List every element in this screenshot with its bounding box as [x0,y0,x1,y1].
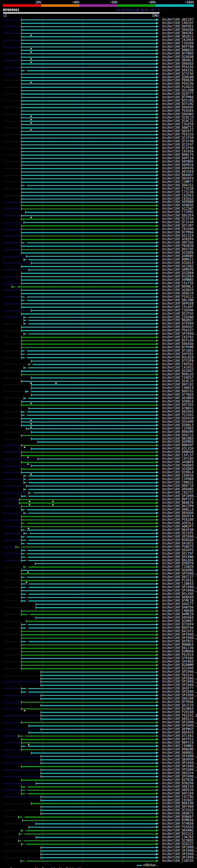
alignment-bar[interactable] [22,290,156,291]
alignment-bar[interactable] [22,141,156,142]
alignment-bar[interactable] [38,459,156,459]
alignment-bar[interactable] [24,482,156,483]
alignment-bar[interactable] [22,526,156,527]
alignment-bar[interactable] [24,222,156,223]
alignment-bar[interactable] [31,465,156,466]
alignment-bar[interactable] [22,405,156,405]
alignment-bar[interactable] [41,770,156,770]
alignment-bar[interactable] [31,752,156,753]
alignment-bar[interactable] [31,262,156,264]
alignment-bar[interactable] [22,631,156,632]
alignment-bar[interactable] [24,367,156,368]
alignment-bar[interactable] [22,273,156,274]
alignment-bar[interactable] [22,236,156,237]
alignment-bar[interactable] [22,611,156,612]
alignment-bar[interactable] [22,627,156,628]
alignment-bar[interactable] [41,681,156,682]
alignment-bar[interactable] [22,225,156,226]
alignment-bar[interactable] [22,354,156,355]
alignment-bar[interactable] [22,57,156,58]
alignment-bar[interactable] [24,479,156,480]
alignment-bar[interactable] [22,134,156,135]
alignment-bar[interactable] [29,408,156,409]
alignment-bar[interactable] [22,151,156,152]
alignment-bar[interactable] [22,584,156,584]
alignment-bar[interactable] [22,780,156,780]
alignment-bar[interactable] [24,259,156,260]
alignment-bar[interactable] [22,80,156,81]
alignment-bar[interactable] [31,448,156,449]
alignment-bar[interactable] [26,391,156,392]
alignment-bar[interactable] [22,205,156,206]
alignment-bar[interactable] [22,178,156,179]
alignment-bar[interactable] [22,594,156,595]
alignment-bar[interactable] [22,749,156,750]
alignment-bar[interactable] [22,111,156,112]
alignment-bar[interactable] [41,756,156,757]
alignment-bar[interactable] [22,590,156,591]
alignment-bar[interactable] [41,857,156,858]
alignment-bar[interactable] [22,127,156,128]
alignment-bar[interactable] [41,705,156,706]
alignment-bar[interactable] [31,803,156,804]
alignment-bar[interactable] [22,638,156,639]
alignment-bar[interactable] [22,651,156,652]
alignment-bar[interactable] [22,283,156,284]
alignment-bar[interactable] [22,648,156,649]
alignment-bar[interactable] [41,685,156,686]
alignment-bar[interactable] [22,215,156,216]
alignment-bar[interactable] [22,219,156,220]
alignment-bar[interactable] [24,323,156,324]
alignment-bar[interactable] [22,175,156,176]
alignment-bar[interactable] [22,462,156,463]
alignment-bar[interactable] [22,506,156,507]
alignment-bar[interactable] [41,715,156,716]
alignment-bar[interactable] [22,580,156,581]
alignment-bar[interactable] [22,73,156,74]
alignment-bar[interactable] [22,330,156,331]
alignment-bar[interactable] [22,722,156,723]
alignment-bar[interactable] [16,547,156,548]
alignment-bar[interactable] [22,557,156,558]
alignment-bar[interactable] [41,776,156,777]
alignment-bar[interactable] [38,441,156,442]
alignment-bar[interactable] [41,773,156,774]
alignment-bar[interactable] [22,60,156,61]
alignment-bar[interactable] [29,364,156,365]
alignment-bar[interactable] [41,806,156,807]
alignment-bar[interactable] [31,361,156,362]
alignment-bar[interactable] [24,398,156,399]
alignment-bar[interactable] [24,533,156,534]
alignment-bar[interactable] [22,313,156,314]
alignment-bar[interactable] [22,239,156,240]
alignment-bar[interactable] [22,516,156,517]
alignment-bar[interactable] [22,185,156,186]
alignment-bar[interactable] [19,816,156,817]
alignment-bar[interactable] [36,617,156,618]
alignment-bar[interactable] [31,395,156,395]
alignment-bar[interactable] [22,530,156,530]
alignment-bar[interactable] [27,486,156,487]
alignment-bar[interactable] [22,155,156,155]
alignment-bar[interactable] [22,50,156,51]
alignment-bar[interactable] [22,192,156,193]
alignment-bar[interactable] [22,100,156,101]
alignment-bar[interactable] [22,523,156,524]
alignment-bar[interactable] [22,655,156,655]
alignment-bar[interactable] [22,67,156,68]
alignment-bar[interactable] [22,340,156,341]
alignment-bar[interactable] [31,310,156,311]
alignment-bar[interactable] [41,759,156,760]
alignment-bar[interactable] [22,77,156,78]
alignment-bar[interactable] [36,783,156,784]
alignment-bar[interactable] [22,40,156,41]
alignment-bar[interactable] [41,675,156,676]
alignment-bar[interactable] [19,736,156,737]
alignment-bar[interactable] [22,357,156,358]
alignment-bar[interactable] [27,428,156,429]
alignment-bar[interactable] [22,830,156,831]
alignment-bar[interactable] [22,634,156,635]
alignment-bar[interactable] [22,455,156,456]
alignment-bar[interactable] [22,739,156,740]
alignment-bar[interactable] [31,377,156,378]
